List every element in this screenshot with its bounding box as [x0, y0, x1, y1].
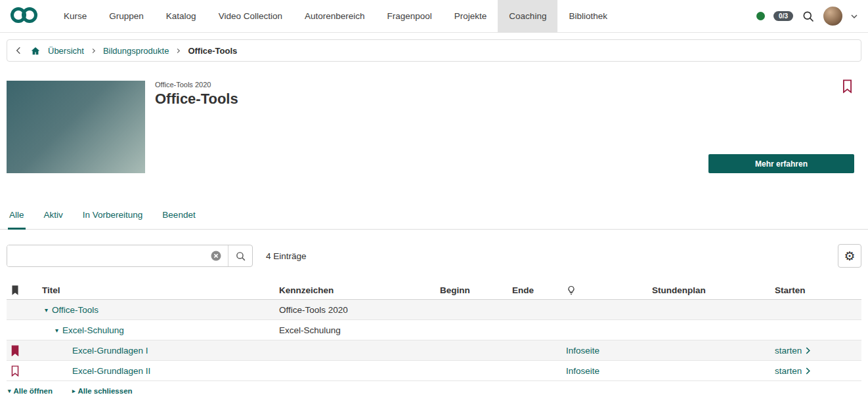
tab-in-vorbereitung[interactable]: In Vorbereitung [81, 202, 144, 229]
status-dot-icon [756, 12, 765, 20]
app-logo[interactable] [9, 0, 39, 32]
bookmark-header-icon [7, 285, 38, 296]
search-box [7, 245, 253, 267]
toolbar: 4 Einträge ⚙ [7, 244, 861, 268]
chevron-right-icon [175, 47, 182, 54]
entries-count: 4 Einträge [266, 251, 307, 261]
chevron-right-icon [90, 47, 97, 54]
breadcrumb-übersicht[interactable]: Übersicht [48, 46, 84, 56]
hero-section: Office-Tools 2020 Office-Tools Mehr erfa… [7, 72, 861, 184]
infoseite-link[interactable]: Infoseite [566, 346, 599, 356]
progress-badge[interactable]: 0/3 [773, 11, 793, 21]
row-title-link[interactable]: Excel-Schulung [62, 325, 124, 335]
top-nav: KurseGruppenKatalogVideo CollectionAutor… [0, 0, 868, 33]
tab-aktiv[interactable]: Aktiv [43, 202, 64, 229]
infoseite-link[interactable]: Infoseite [566, 366, 599, 376]
breadcrumb: ÜbersichtBildungsprodukteOffice-Tools [7, 39, 861, 62]
nav-item-bibliothek[interactable]: Bibliothek [557, 0, 618, 32]
chevron-right-icon [805, 346, 811, 355]
table-row: Excel-Grundlagen IIInfoseitestarten [7, 361, 861, 381]
page-title: Office-Tools [155, 91, 238, 108]
infinity-logo-icon [9, 6, 39, 27]
expand-caret-icon: ▸ [72, 388, 76, 394]
tab-alle[interactable]: Alle [8, 202, 26, 229]
chevron-down-icon[interactable] [851, 14, 857, 18]
collapse-caret-icon[interactable]: ▾ [45, 306, 48, 314]
header-stundenplan: Stundenplan [645, 285, 767, 295]
table-row: ▾Excel-SchulungExcel-Schulung [7, 320, 861, 340]
table-row: Excel-Grundlagen IInfoseitestarten [7, 340, 861, 361]
clear-search-icon[interactable] [204, 245, 228, 266]
starten-label: starten [775, 346, 802, 356]
nav-item-coaching[interactable]: Coaching [498, 0, 557, 32]
nav-item-video-collection[interactable]: Video Collection [207, 0, 293, 32]
product-supertitle: Office-Tools 2020 [155, 81, 238, 89]
hero-text: Office-Tools 2020 Office-Tools [155, 81, 238, 108]
courses-table: Titel Kennzeichen Beginn Ende Stundenpla… [7, 281, 861, 381]
search-input[interactable] [7, 245, 204, 266]
nav-item-projekte[interactable]: Projekte [443, 0, 498, 32]
nav-item-kurse[interactable]: Kurse [53, 0, 98, 32]
nav-item-fragenpool[interactable]: Fragenpool [376, 0, 443, 32]
bookmark-filled-icon[interactable] [7, 345, 38, 356]
table-header-row: Titel Kennzeichen Beginn Ende Stundenpla… [7, 281, 861, 300]
nav-item-gruppen[interactable]: Gruppen [98, 0, 155, 32]
starten-link[interactable]: starten [775, 366, 811, 376]
back-chevron-icon[interactable] [14, 45, 24, 56]
tab-beendet[interactable]: Beendet [161, 202, 196, 229]
close-all-label: Alle schliessen [77, 387, 132, 395]
nav-item-autorenbereich[interactable]: Autorenbereich [293, 0, 376, 32]
nav-item-katalog[interactable]: Katalog [155, 0, 207, 32]
close-all-link[interactable]: ▸ Alle schliessen [72, 387, 133, 395]
mehr-erfahren-button[interactable]: Mehr erfahren [708, 154, 854, 173]
header-ende: Ende [501, 285, 560, 295]
home-icon[interactable] [30, 46, 41, 56]
row-title-link[interactable]: Excel-Grundlagen I [72, 346, 148, 356]
search-icon[interactable] [802, 10, 815, 23]
starten-link[interactable]: starten [775, 346, 811, 356]
breadcrumb-office-tools: Office-Tools [188, 46, 237, 56]
open-all-link[interactable]: ▾ Alle öffnen [8, 387, 53, 395]
starten-label: starten [775, 366, 802, 376]
breadcrumb-items: ÜbersichtBildungsprodukteOffice-Tools [48, 46, 237, 56]
chevron-right-icon [805, 367, 811, 375]
header-kennzeichen: Kennzeichen [268, 285, 429, 295]
lightbulb-icon [560, 285, 645, 296]
avatar[interactable] [823, 7, 842, 26]
row-kennzeichen: Office-Tools 2020 [268, 305, 429, 315]
gear-icon[interactable]: ⚙ [838, 244, 861, 268]
bookmark-outline-icon[interactable] [7, 365, 38, 377]
header-titel: Titel [38, 285, 268, 295]
header-beginn: Beginn [429, 285, 501, 295]
collapse-caret-icon[interactable]: ▾ [55, 327, 58, 334]
search-submit-icon[interactable] [228, 245, 252, 266]
header-starten: Starten [767, 285, 861, 295]
row-kennzeichen: Excel-Schulung [268, 325, 429, 335]
breadcrumb-bildungsprodukte[interactable]: Bildungsprodukte [103, 46, 169, 56]
collapse-caret-icon: ▾ [8, 388, 11, 394]
bookmark-icon[interactable] [842, 79, 853, 96]
table-row: ▾Office-ToolsOffice-Tools 2020 [7, 300, 861, 320]
table-body: ▾Office-ToolsOffice-Tools 2020▾Excel-Sch… [7, 300, 861, 381]
main-nav: KurseGruppenKatalogVideo CollectionAutor… [53, 0, 618, 32]
filter-tabs: AlleAktivIn VorbereitungBeendet [0, 202, 868, 230]
row-title-link[interactable]: Office-Tools [52, 305, 98, 315]
row-title-link[interactable]: Excel-Grundlagen II [72, 366, 150, 376]
tree-actions: ▾ Alle öffnen ▸ Alle schliessen [8, 387, 860, 395]
open-all-label: Alle öffnen [14, 387, 53, 395]
nav-right: 0/3 [756, 0, 868, 32]
product-cover-image [7, 81, 145, 173]
